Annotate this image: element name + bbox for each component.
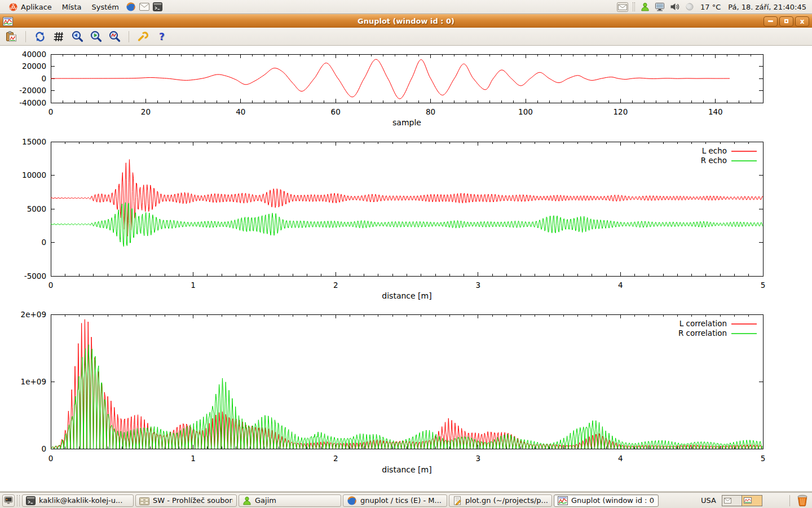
maximize-icon (784, 19, 788, 23)
x-tick-label: 20 (141, 107, 151, 116)
temperature-indicator[interactable]: 17 °C (698, 3, 723, 11)
ubuntu-logo-icon (8, 2, 18, 12)
task-button[interactable]: Gajim (239, 494, 341, 507)
help-button[interactable]: ? (155, 30, 169, 43)
panel-menus: AplikaceMístaSystém (3, 0, 165, 14)
taskbar-separator (789, 495, 790, 506)
zoom-previous-icon (72, 30, 83, 42)
copy-plot-button[interactable] (5, 30, 18, 43)
trash-applet[interactable] (795, 494, 810, 507)
help-icon: ? (159, 31, 165, 42)
workspace-2[interactable] (742, 496, 762, 506)
gnuplot-canvas[interactable]: 020406080100120140-40000-200000200004000… (0, 46, 812, 492)
legend-label: R echo (701, 156, 727, 165)
x-tick-label: 80 (426, 107, 435, 116)
x-tick-label: 60 (331, 107, 341, 116)
zoom-next-icon (90, 30, 102, 42)
taskbar-right: USA (695, 494, 810, 507)
tray-display[interactable] (654, 2, 666, 12)
tray-volume[interactable] (669, 2, 681, 11)
close-button[interactable]: x (795, 16, 809, 27)
tray-handle[interactable] (633, 2, 635, 11)
x-tick-label: 1 (191, 281, 196, 290)
menu-label: Místa (62, 3, 82, 11)
y-tick-label: -20000 (19, 86, 46, 95)
firefox-icon (126, 2, 136, 12)
minimize-button[interactable] (764, 16, 778, 27)
gnuplot-toolbar: ? (0, 28, 812, 46)
y-tick-label: -40000 (19, 98, 46, 107)
zoom-previous-button[interactable] (70, 30, 84, 43)
task-button[interactable]: kaklik@kaklik-kolej-u... (22, 494, 134, 507)
legend-label: R correlation (678, 329, 727, 338)
keyboard-layout-indicator[interactable]: USA (695, 496, 722, 505)
display-icon (655, 2, 665, 12)
tasklist-handle-icon[interactable] (17, 495, 20, 506)
x-tick-label: 2 (333, 281, 338, 290)
launcher-mail[interactable] (138, 0, 151, 14)
toolbar-separator (25, 31, 26, 42)
grid-button[interactable] (52, 30, 65, 43)
desktop: AplikaceMístaSystém 17 °CPá, 18. září, 2… (0, 0, 812, 508)
task-button-label: kaklik@kaklik-kolej-u... (39, 496, 122, 505)
mail-notifier-icon[interactable] (617, 2, 628, 12)
grid-icon (53, 31, 64, 42)
terminal-icon (26, 496, 36, 505)
zoom-reset-button[interactable] (108, 30, 121, 43)
y-tick-label: 40000 (22, 50, 46, 59)
x-tick-label: 0 (48, 454, 54, 463)
configure-button[interactable] (136, 30, 150, 43)
show-desktop-button[interactable] (2, 494, 15, 507)
task-button[interactable]: SW - Prohlížeč souborů (135, 494, 237, 507)
mail-icon (139, 3, 149, 11)
tray-user-status[interactable] (639, 2, 651, 11)
gnuplot-window-icon (3, 17, 13, 26)
legend: L correlationR correlation (678, 319, 757, 338)
toolbar-separator (129, 31, 129, 42)
zoom-next-button[interactable] (89, 30, 103, 43)
series-sample (51, 59, 730, 99)
task-button[interactable]: gnuplot / tics (E) - M... (343, 494, 447, 507)
user-status-icon (641, 2, 650, 11)
gajim-icon (242, 496, 251, 505)
x-axis-title: distance [m] (382, 465, 431, 474)
menu-aplikace[interactable]: Aplikace (3, 0, 57, 14)
task-button[interactable]: Gnuplot (window id : 0) (554, 494, 659, 507)
legend-label: L echo (702, 146, 727, 155)
legend-label: L correlation (679, 319, 727, 328)
bottom-taskbar: kaklik@kaklik-kolej-u...SW - Prohlížeč s… (0, 492, 812, 508)
task-button-label: Gnuplot (window id : 0) (571, 496, 655, 505)
workspace-1[interactable] (722, 496, 742, 506)
gnuplot-icon (558, 496, 568, 505)
workspace-switcher (722, 495, 762, 506)
task-button-list: kaklik@kaklik-kolej-u...SW - Prohlížeč s… (22, 494, 660, 507)
chart-3: 01234501e+092e+09distance [m]L correlati… (21, 310, 766, 475)
y-tick-label: 5000 (27, 204, 46, 213)
launcher-terminal[interactable] (151, 0, 165, 14)
minimize-icon (768, 20, 773, 22)
gnuplot-window-icon (3, 17, 13, 26)
menu-system[interactable]: Systém (86, 0, 123, 14)
window-titlebar[interactable]: Gnuplot (window id : 0) x (0, 14, 812, 28)
gnuplot-window-icon (744, 497, 752, 503)
x-tick-label: 140 (708, 107, 723, 116)
launcher-firefox[interactable] (124, 0, 138, 14)
clock[interactable]: Pá, 18. září, 21:40:45 (726, 3, 809, 11)
window-controls: x (764, 16, 809, 27)
maximize-button[interactable] (779, 16, 793, 27)
x-axis-title: distance [m] (382, 291, 431, 300)
y-tick-label: 1e+09 (21, 377, 46, 386)
zoom-reset-icon (109, 30, 121, 42)
y-tick-label: 2e+09 (21, 310, 46, 319)
x-tick-label: 2 (333, 454, 338, 463)
x-tick-label: 0 (48, 107, 54, 116)
replot-button[interactable] (33, 30, 47, 43)
x-axis-title: sample (392, 118, 421, 127)
axes (51, 142, 763, 276)
tray-weather[interactable] (684, 2, 695, 11)
x-tick-label: 40 (236, 107, 245, 116)
panel-tray: 17 °CPá, 18. září, 21:40:45 (617, 0, 809, 14)
menu-mista[interactable]: Místa (57, 0, 87, 14)
task-button-label: plot.gn (~/projects/p... (465, 496, 548, 505)
task-button[interactable]: plot.gn (~/projects/p... (449, 494, 552, 507)
